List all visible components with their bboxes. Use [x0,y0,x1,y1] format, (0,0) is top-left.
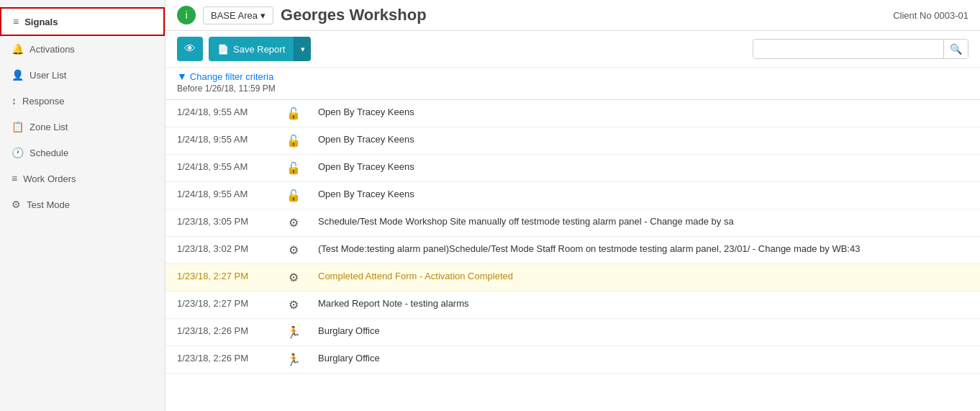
save-report-dropdown-button[interactable]: ▾ [294,37,311,61]
search-button[interactable]: 🔍 [943,40,968,58]
lock-icon: 🔓 [286,107,301,119]
table-row: 1/23/18, 2:26 PM🏃Burglary Office [165,346,980,374]
row-description-5: (Test Mode:testing alarm panel)Schedule/… [307,237,980,264]
sidebar-label-schedule: Schedule [30,148,68,158]
table-row: 1/23/18, 2:27 PM⚙Completed Attend Form -… [165,264,980,292]
table-row: 1/24/18, 9:55 AM🔓Open By Tracey Keens [165,182,980,209]
row-description-1: Open By Tracey Keens [307,127,980,155]
signals-icon: ≡ [13,16,19,27]
row-date-3: 1/24/18, 9:55 AM [165,182,281,209]
gear-icon: ⚙ [289,244,299,256]
sidebar-item-signals[interactable]: ≡Signals [0,7,165,36]
table-row: 1/23/18, 3:05 PM⚙Schedule/Test Mode Work… [165,209,980,237]
row-icon-9: 🏃 [281,346,307,374]
page-title: Georges Workshop [281,6,886,24]
base-area-chevron: ▾ [260,10,266,21]
page-header: i BASE Area ▾ Georges Workshop Client No… [165,0,980,31]
sidebar: ≡Signals🔔Activations👤User List↕Response📋… [0,0,165,411]
row-date-0: 1/24/18, 9:55 AM [165,100,281,127]
row-description-6: Completed Attend Form - Activation Compl… [307,264,980,292]
toolbar: 👁 📄 Save Report ▾ 🔍 [165,31,980,68]
activations-icon: 🔔 [12,43,24,55]
signals-table: 1/24/18, 9:55 AM🔓Open By Tracey Keens1/2… [165,100,980,374]
row-description-8: Burglary Office [307,319,980,346]
main-content: i BASE Area ▾ Georges Workshop Client No… [165,0,980,411]
sidebar-item-zone-list[interactable]: 📋Zone List [0,114,165,140]
search-icon: 🔍 [950,43,962,55]
run-icon: 🏃 [286,326,301,338]
sidebar-item-activations[interactable]: 🔔Activations [0,36,165,62]
document-icon: 📄 [217,44,229,55]
save-report-button[interactable]: 📄 Save Report [209,37,294,61]
row-icon-6: ⚙ [281,264,307,292]
row-date-4: 1/23/18, 3:05 PM [165,209,281,237]
row-description-4: Schedule/Test Mode Workshop Site manuall… [307,209,980,237]
sidebar-item-work-orders[interactable]: ≡Work Orders [0,166,165,191]
table-row: 1/24/18, 9:55 AM🔓Open By Tracey Keens [165,127,980,155]
lock-icon: 🔓 [286,135,301,147]
row-description-0: Open By Tracey Keens [307,100,980,127]
row-description-3: Open By Tracey Keens [307,182,980,209]
row-description-7: Marked Report Note - testing alarms [307,292,980,319]
row-description-2: Open By Tracey Keens [307,155,980,182]
row-icon-2: 🔓 [281,155,307,182]
table-row: 1/24/18, 9:55 AM🔓Open By Tracey Keens [165,100,980,127]
row-date-7: 1/23/18, 2:27 PM [165,292,281,319]
save-report-group: 📄 Save Report ▾ [209,37,311,61]
row-date-1: 1/24/18, 9:55 AM [165,127,281,155]
change-filter-criteria-link[interactable]: ▼ Change filter criteria [177,71,273,82]
search-input[interactable] [753,40,943,58]
eye-button[interactable]: 👁 [177,37,203,61]
gear-icon: ⚙ [289,299,299,311]
client-number: Client No 0003-01 [893,10,968,21]
sidebar-label-zone-list: Zone List [30,122,68,132]
zone-list-icon: 📋 [12,121,24,132]
table-row: 1/24/18, 9:55 AM🔓Open By Tracey Keens [165,155,980,182]
schedule-icon: 🕐 [12,147,24,158]
table-row: 1/23/18, 2:27 PM⚙Marked Report Note - te… [165,292,980,319]
gear-icon: ⚙ [289,271,299,284]
sidebar-label-test-mode: Test Mode [27,199,70,210]
filter-funnel-icon: ▼ [177,71,187,82]
row-date-8: 1/23/18, 2:26 PM [165,319,281,346]
user-list-icon: 👤 [12,69,24,81]
sidebar-label-user-list: User List [30,70,66,81]
work-orders-icon: ≡ [12,173,17,184]
response-icon: ↕ [12,95,17,107]
run-icon: 🏃 [286,353,301,366]
signals-table-container: 1/24/18, 9:55 AM🔓Open By Tracey Keens1/2… [165,99,980,411]
row-icon-4: ⚙ [281,209,307,237]
gear-icon: ⚙ [289,217,299,229]
shield-icon: i [177,6,196,24]
row-description-9: Burglary Office [307,346,980,374]
table-row: 1/23/18, 3:02 PM⚙(Test Mode:testing alar… [165,237,980,264]
filter-before-text: Before 1/26/18, 11:59 PM [177,83,968,94]
table-row: 1/23/18, 2:26 PM🏃Burglary Office [165,319,980,346]
sidebar-label-activations: Activations [30,44,75,55]
sidebar-label-work-orders: Work Orders [23,173,76,184]
row-icon-1: 🔓 [281,127,307,155]
row-icon-8: 🏃 [281,319,307,346]
search-box: 🔍 [753,39,968,59]
lock-icon: 🔓 [286,189,301,202]
sidebar-item-schedule[interactable]: 🕐Schedule [0,140,165,166]
lock-icon: 🔓 [286,162,301,174]
dropdown-icon: ▾ [301,45,305,54]
sidebar-item-user-list[interactable]: 👤User List [0,62,165,88]
sidebar-item-test-mode[interactable]: ⚙Test Mode [0,191,165,217]
sidebar-item-response[interactable]: ↕Response [0,88,165,114]
row-icon-5: ⚙ [281,237,307,264]
filter-info: ▼ Change filter criteria Before 1/26/18,… [165,68,980,99]
test-mode-icon: ⚙ [12,199,21,210]
row-icon-3: 🔓 [281,182,307,209]
row-date-6: 1/23/18, 2:27 PM [165,264,281,292]
row-date-9: 1/23/18, 2:26 PM [165,346,281,374]
row-icon-0: 🔓 [281,100,307,127]
row-date-2: 1/24/18, 9:55 AM [165,155,281,182]
eye-icon: 👁 [184,42,196,55]
base-area-button[interactable]: BASE Area ▾ [203,6,273,24]
sidebar-label-signals: Signals [24,17,58,27]
save-report-label: Save Report [233,44,285,55]
sidebar-label-response: Response [22,96,65,107]
base-area-label: BASE Area [211,10,258,21]
